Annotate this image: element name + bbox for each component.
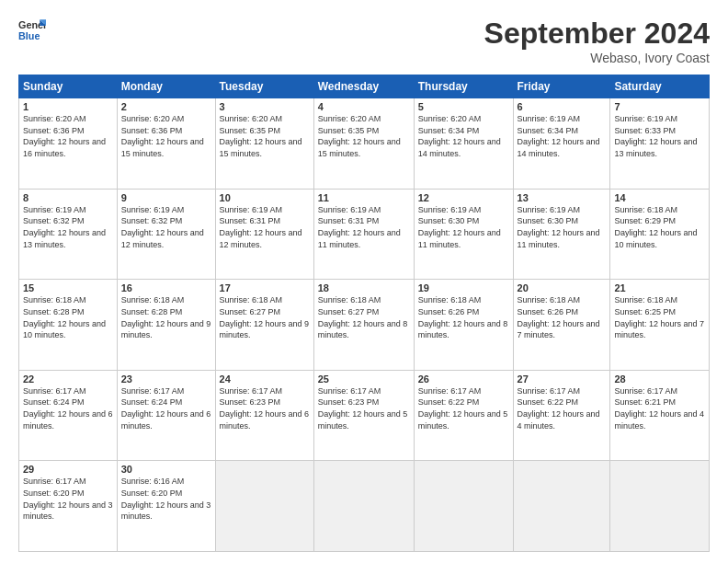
cell-text: Sunrise: 6:20 AMSunset: 6:36 PMDaylight:… (121, 114, 204, 158)
calendar-cell: 16Sunrise: 6:18 AMSunset: 6:28 PMDayligh… (117, 280, 215, 371)
title-block: September 2024 Webaso, Ivory Coast (484, 17, 710, 65)
cell-text: Sunrise: 6:18 AMSunset: 6:26 PMDaylight:… (518, 295, 600, 339)
calendar-cell: 23Sunrise: 6:17 AMSunset: 6:24 PMDayligh… (117, 370, 215, 461)
day-number: 2 (121, 101, 211, 112)
day-number: 16 (121, 282, 211, 293)
day-number: 30 (121, 464, 211, 475)
day-number: 5 (418, 101, 509, 112)
day-number: 13 (518, 192, 607, 203)
calendar-cell: 13Sunrise: 6:19 AMSunset: 6:30 PMDayligh… (513, 189, 610, 280)
calendar-cell: 29Sunrise: 6:17 AMSunset: 6:20 PMDayligh… (19, 461, 118, 552)
day-number: 19 (418, 282, 509, 293)
cell-text: Sunrise: 6:17 AMSunset: 6:23 PMDaylight:… (318, 386, 408, 431)
day-number: 28 (614, 373, 705, 385)
day-number: 23 (121, 373, 211, 385)
calendar-cell: 12Sunrise: 6:19 AMSunset: 6:30 PMDayligh… (414, 189, 513, 280)
calendar-cell: 21Sunrise: 6:18 AMSunset: 6:25 PMDayligh… (610, 280, 710, 371)
calendar-cell: 8Sunrise: 6:19 AMSunset: 6:32 PMDaylight… (19, 189, 118, 280)
cell-text: Sunrise: 6:18 AMSunset: 6:28 PMDaylight:… (121, 295, 211, 339)
calendar-cell: 10Sunrise: 6:19 AMSunset: 6:31 PMDayligh… (215, 189, 313, 280)
cell-text: Sunrise: 6:18 AMSunset: 6:28 PMDaylight:… (23, 295, 106, 339)
calendar-cell: 19Sunrise: 6:18 AMSunset: 6:26 PMDayligh… (414, 280, 513, 371)
calendar-cell (414, 461, 513, 552)
calendar-cell: 11Sunrise: 6:19 AMSunset: 6:31 PMDayligh… (313, 189, 414, 280)
day-number: 11 (318, 192, 410, 203)
col-header-saturday: Saturday (610, 75, 710, 98)
calendar-cell: 24Sunrise: 6:17 AMSunset: 6:23 PMDayligh… (215, 370, 313, 461)
cell-text: Sunrise: 6:18 AMSunset: 6:27 PMDaylight:… (318, 295, 408, 339)
cell-text: Sunrise: 6:19 AMSunset: 6:32 PMDaylight:… (23, 205, 106, 249)
month-title: September 2024 (484, 17, 710, 51)
cell-text: Sunrise: 6:19 AMSunset: 6:34 PMDaylight:… (518, 114, 600, 158)
cell-text: Sunrise: 6:18 AMSunset: 6:27 PMDaylight:… (220, 295, 310, 339)
calendar-cell: 22Sunrise: 6:17 AMSunset: 6:24 PMDayligh… (19, 370, 118, 461)
header: General Blue September 2024 Webaso, Ivor… (18, 17, 710, 65)
day-number: 9 (121, 192, 211, 203)
calendar-cell: 26Sunrise: 6:17 AMSunset: 6:22 PMDayligh… (414, 370, 513, 461)
cell-text: Sunrise: 6:18 AMSunset: 6:26 PMDaylight:… (418, 295, 508, 339)
cell-text: Sunrise: 6:17 AMSunset: 6:22 PMDaylight:… (418, 386, 508, 431)
col-header-wednesday: Wednesday (313, 75, 414, 98)
col-header-monday: Monday (117, 75, 215, 98)
cell-text: Sunrise: 6:20 AMSunset: 6:36 PMDaylight:… (23, 114, 106, 158)
day-number: 27 (518, 373, 607, 385)
logo-icon: General Blue (18, 17, 46, 44)
logo: General Blue (18, 17, 46, 44)
cell-text: Sunrise: 6:17 AMSunset: 6:21 PMDaylight:… (614, 386, 704, 431)
day-number: 26 (418, 373, 509, 385)
col-header-friday: Friday (513, 75, 610, 98)
cell-text: Sunrise: 6:20 AMSunset: 6:34 PMDaylight:… (418, 114, 501, 158)
day-number: 18 (318, 282, 410, 293)
calendar-cell: 2Sunrise: 6:20 AMSunset: 6:36 PMDaylight… (117, 98, 215, 190)
calendar-cell (610, 461, 710, 552)
cell-text: Sunrise: 6:19 AMSunset: 6:31 PMDaylight:… (220, 205, 302, 249)
day-number: 20 (518, 282, 607, 293)
day-number: 22 (23, 373, 113, 385)
calendar-cell: 28Sunrise: 6:17 AMSunset: 6:21 PMDayligh… (610, 370, 710, 461)
calendar-cell: 9Sunrise: 6:19 AMSunset: 6:32 PMDaylight… (117, 189, 215, 280)
calendar-cell: 20Sunrise: 6:18 AMSunset: 6:26 PMDayligh… (513, 280, 610, 371)
calendar-cell (313, 461, 414, 552)
col-header-tuesday: Tuesday (215, 75, 313, 98)
day-number: 14 (614, 192, 705, 203)
svg-text:Blue: Blue (18, 30, 40, 41)
calendar-cell: 7Sunrise: 6:19 AMSunset: 6:33 PMDaylight… (610, 98, 710, 190)
location: Webaso, Ivory Coast (484, 51, 710, 65)
cell-text: Sunrise: 6:17 AMSunset: 6:24 PMDaylight:… (23, 386, 113, 431)
cell-text: Sunrise: 6:18 AMSunset: 6:25 PMDaylight:… (614, 295, 704, 339)
col-header-sunday: Sunday (19, 75, 118, 98)
calendar-cell (513, 461, 610, 552)
day-number: 17 (220, 282, 310, 293)
calendar-cell: 27Sunrise: 6:17 AMSunset: 6:22 PMDayligh… (513, 370, 610, 461)
calendar-cell: 4Sunrise: 6:20 AMSunset: 6:35 PMDaylight… (313, 98, 414, 190)
cell-text: Sunrise: 6:20 AMSunset: 6:35 PMDaylight:… (318, 114, 401, 158)
day-number: 6 (518, 101, 607, 112)
day-number: 25 (318, 373, 410, 385)
day-number: 15 (23, 282, 113, 293)
day-number: 8 (23, 192, 113, 203)
calendar-cell: 14Sunrise: 6:18 AMSunset: 6:29 PMDayligh… (610, 189, 710, 280)
calendar-cell: 30Sunrise: 6:16 AMSunset: 6:20 PMDayligh… (117, 461, 215, 552)
cell-text: Sunrise: 6:19 AMSunset: 6:30 PMDaylight:… (518, 205, 600, 249)
cell-text: Sunrise: 6:20 AMSunset: 6:35 PMDaylight:… (220, 114, 302, 158)
day-number: 7 (614, 101, 705, 112)
page: General Blue September 2024 Webaso, Ivor… (0, 0, 728, 563)
day-number: 4 (318, 101, 410, 112)
cell-text: Sunrise: 6:18 AMSunset: 6:29 PMDaylight:… (614, 205, 697, 249)
cell-text: Sunrise: 6:19 AMSunset: 6:30 PMDaylight:… (418, 205, 501, 249)
day-number: 24 (220, 373, 310, 385)
calendar-cell: 18Sunrise: 6:18 AMSunset: 6:27 PMDayligh… (313, 280, 414, 371)
day-number: 21 (614, 282, 705, 293)
day-number: 12 (418, 192, 509, 203)
day-number: 10 (220, 192, 310, 203)
calendar-cell (215, 461, 313, 552)
col-header-thursday: Thursday (414, 75, 513, 98)
cell-text: Sunrise: 6:17 AMSunset: 6:20 PMDaylight:… (23, 477, 113, 521)
cell-text: Sunrise: 6:19 AMSunset: 6:33 PMDaylight:… (614, 114, 697, 158)
calendar-cell: 6Sunrise: 6:19 AMSunset: 6:34 PMDaylight… (513, 98, 610, 190)
cell-text: Sunrise: 6:17 AMSunset: 6:23 PMDaylight:… (220, 386, 310, 431)
calendar-cell: 3Sunrise: 6:20 AMSunset: 6:35 PMDaylight… (215, 98, 313, 190)
calendar: SundayMondayTuesdayWednesdayThursdayFrid… (18, 75, 710, 552)
day-number: 3 (220, 101, 310, 112)
calendar-cell: 1Sunrise: 6:20 AMSunset: 6:36 PMDaylight… (19, 98, 118, 190)
